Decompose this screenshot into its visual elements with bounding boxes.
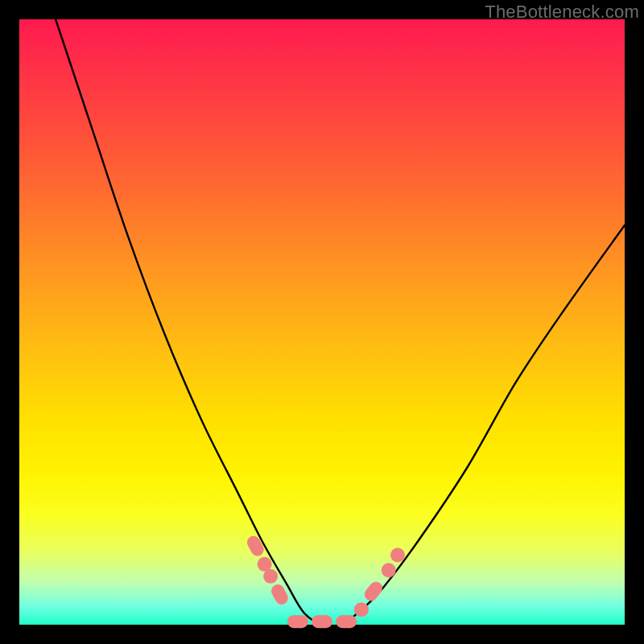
trough-marker	[287, 615, 308, 628]
trough-marker	[263, 569, 278, 584]
trough-marker	[390, 548, 405, 563]
watermark-text: TheBottleneck.com	[485, 2, 639, 23]
trough-marker	[382, 563, 396, 577]
bottleneck-curve	[56, 19, 625, 626]
chart-frame: TheBottleneck.com	[0, 0, 644, 644]
plot-area	[19, 19, 625, 625]
trough-markers	[245, 534, 405, 628]
bottleneck-curve-svg	[19, 19, 625, 625]
trough-marker	[354, 602, 369, 617]
trough-marker	[336, 615, 357, 628]
trough-marker	[245, 534, 266, 558]
trough-marker	[362, 579, 386, 603]
trough-marker	[312, 615, 332, 628]
